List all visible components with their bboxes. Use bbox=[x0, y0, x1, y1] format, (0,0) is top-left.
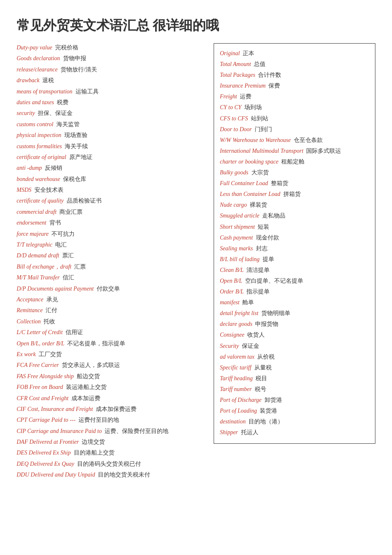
list-item: Remittance 汇付 bbox=[17, 306, 209, 315]
list-item: certificate of original 原产地证 bbox=[17, 153, 209, 162]
list-item: Collection 托收 bbox=[17, 317, 209, 326]
list-item: Freight 运费 bbox=[220, 92, 369, 101]
term-english: MSDS bbox=[17, 187, 32, 193]
list-item: CPT Carriage Paid to --- 运费付至目的地 bbox=[17, 416, 209, 425]
list-item: customs formalities 海关手续 bbox=[17, 142, 209, 151]
term-english: drawback bbox=[17, 77, 39, 83]
list-item: Sealing marks 封志 bbox=[220, 244, 369, 253]
term-english: Tariff number bbox=[220, 386, 252, 392]
term-english: Security bbox=[220, 343, 239, 349]
list-item: Smuggled article 走私物品 bbox=[220, 211, 369, 220]
term-english: manifest bbox=[220, 299, 239, 306]
term-english: means of transportation bbox=[17, 88, 73, 95]
list-item: commercial draft 商业汇票 bbox=[17, 208, 209, 217]
term-english: Open B/L, order B/L bbox=[17, 340, 64, 347]
term-chinese: 品质检验证书 bbox=[64, 198, 102, 204]
term-english: Port of Loading bbox=[220, 408, 257, 414]
term-english: CPT Carriage Paid to --- bbox=[17, 417, 75, 423]
list-item: force majeure 不可抗力 bbox=[17, 230, 209, 239]
term-chinese: 拼箱货 bbox=[280, 191, 301, 197]
term-english: Bill of exchange，draft bbox=[17, 264, 71, 270]
term-chinese: 收货人 bbox=[244, 332, 265, 338]
term-chinese: 货物明细单 bbox=[258, 310, 290, 316]
term-chinese: 成本加保费运费 bbox=[93, 406, 136, 412]
term-chinese: 货物放行/清关 bbox=[58, 66, 97, 73]
term-chinese: 工厂交货 bbox=[36, 351, 62, 357]
list-item: security 担保、保证金 bbox=[17, 109, 209, 118]
term-chinese: 货物申报 bbox=[60, 55, 86, 61]
term-english: detail freight list bbox=[220, 310, 258, 316]
term-english: Specific tariff bbox=[220, 364, 251, 371]
term-chinese: 保税仓库 bbox=[60, 176, 86, 182]
term-english: CY to CY bbox=[220, 104, 241, 110]
term-chinese: 边境交货 bbox=[79, 439, 105, 445]
term-english: FOB Free on Board bbox=[17, 384, 63, 390]
term-english: Bulky goods bbox=[220, 169, 248, 176]
list-item: D/P Documents against Payment 付款交单 bbox=[17, 284, 209, 293]
term-english: force majeure bbox=[17, 231, 49, 237]
term-english: Order B/L bbox=[220, 289, 243, 295]
term-chinese: 海关监管 bbox=[54, 121, 80, 127]
list-item: DAF Delivered at Frontier 边境交货 bbox=[17, 438, 209, 447]
term-english: ad valorem tax bbox=[220, 354, 254, 360]
term-english: declare goods bbox=[220, 321, 252, 327]
term-chinese: 卸货港 bbox=[262, 397, 282, 403]
term-english: Original bbox=[220, 50, 240, 56]
list-item: charter or booking space 租船定舱 bbox=[220, 157, 369, 166]
left-column: Duty-pay value 完税价格Goods declaration 货物申… bbox=[17, 43, 214, 482]
term-english: DES Delivered Ex Ship bbox=[17, 450, 71, 456]
list-item: Port of Discharge 卸货港 bbox=[220, 395, 369, 405]
page-title: 常见外贸英文术语汇总 很详细的哦 bbox=[17, 17, 375, 35]
list-item: M/T Mail Transfer 信汇 bbox=[17, 273, 209, 282]
term-chinese: 裸装货 bbox=[247, 202, 267, 208]
term-english: anti -dump bbox=[17, 165, 42, 171]
term-english: Shipper bbox=[220, 429, 238, 435]
term-english: Nude cargo bbox=[220, 202, 247, 208]
term-chinese: 税费 bbox=[54, 99, 68, 105]
term-chinese: 运费付至目的地 bbox=[75, 417, 119, 423]
term-english: L/C Letter of Credit bbox=[17, 329, 63, 335]
list-item: Full Container Load 整箱货 bbox=[220, 178, 369, 188]
list-item: FAS Free Alongside ship 船边交货 bbox=[17, 372, 209, 381]
term-english: FAS Free Alongside ship bbox=[17, 373, 74, 379]
term-english: customs control bbox=[17, 121, 54, 127]
term-chinese: 空白提单、不记名提单 bbox=[242, 278, 303, 284]
list-item: customs control 海关监管 bbox=[17, 120, 209, 129]
term-chinese: 装货港 bbox=[257, 408, 277, 414]
term-chinese: 仓至仓条款 bbox=[291, 137, 323, 143]
term-chinese: 保费 bbox=[265, 83, 280, 89]
list-item: Bulky goods 大宗货 bbox=[220, 168, 369, 177]
term-chinese: 短装 bbox=[255, 224, 269, 230]
list-item: Shipper 托运人 bbox=[220, 428, 369, 437]
list-item: Security 保证金 bbox=[220, 341, 369, 351]
term-chinese: 票汇 bbox=[59, 252, 74, 259]
list-item: detail freight list 货物明细单 bbox=[220, 308, 369, 318]
term-english: security bbox=[17, 110, 35, 116]
term-chinese: 汇票 bbox=[71, 264, 86, 270]
term-chinese: 信用证 bbox=[63, 329, 83, 335]
term-english: duties and taxes bbox=[17, 99, 54, 105]
list-item: CY to CY 场到场 bbox=[220, 103, 369, 112]
term-chinese: 指示提单 bbox=[243, 289, 270, 295]
term-chinese: 场到场 bbox=[241, 104, 262, 110]
list-item: MSDS 安全技术表 bbox=[17, 186, 209, 195]
list-item: Bill of exchange，draft 汇票 bbox=[17, 262, 209, 271]
list-item: drawback 退税 bbox=[17, 76, 209, 85]
term-english: Short shipment bbox=[220, 224, 255, 230]
list-item: declare goods 申报货物 bbox=[220, 319, 369, 329]
term-chinese: 完税价格 bbox=[52, 44, 78, 51]
list-item: Consignee 收货人 bbox=[220, 330, 369, 340]
term-chinese: 汇付 bbox=[43, 307, 57, 313]
list-item: T/T telegraphic 电汇 bbox=[17, 240, 209, 249]
list-item: CIF Cost, Insurance and Freight 成本加保费运费 bbox=[17, 405, 209, 414]
list-item: Ex work 工厂交货 bbox=[17, 350, 209, 359]
list-item: Open B/L 空白提单、不记名提单 bbox=[220, 276, 369, 286]
term-english: Clean B/L bbox=[220, 267, 243, 273]
list-item: Order B/L 指示提单 bbox=[220, 287, 369, 296]
term-chinese: 不可抗力 bbox=[49, 231, 75, 237]
list-item: Original 正本 bbox=[220, 49, 369, 58]
term-chinese: 运费 bbox=[237, 93, 251, 100]
term-chinese: 成本加运费 bbox=[68, 395, 100, 401]
list-item: Tariff heading 税目 bbox=[220, 374, 369, 383]
term-chinese: 走私物品 bbox=[259, 213, 285, 219]
